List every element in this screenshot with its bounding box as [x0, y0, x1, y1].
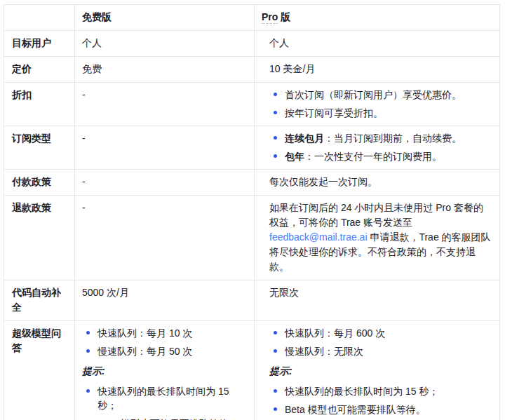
table-row: 代码自动补全5000 次/月无限次 [4, 280, 500, 321]
cell-text: - [82, 131, 247, 146]
cell-text: 个人 [269, 36, 492, 50]
pricing-doc-page: 免费版 Pro 版 目标用户个人个人定价免费10 美金/月折扣-首次订阅（即新订… [0, 0, 505, 420]
row-label: 折扣 [4, 83, 75, 126]
column-header-blank [4, 5, 75, 31]
row-label: 目标用户 [4, 31, 75, 57]
pro-cell: 如果在订阅后的 24 小时内且未使用过 Pro 套餐的权益，可将你的 Trae … [255, 196, 500, 280]
row-label: 超级模型问答 [4, 321, 75, 420]
bullet-list: 快速队列的最长排队时间为 15 秒；Beta 模型也可能需要排队等待。 [269, 384, 492, 416]
bullet-list: 快速队列的最长排队时间为 15 秒；Beta 模型也可能需要排队等待。 [82, 384, 247, 420]
pro-cell: 连续包月：当月订阅到期前，自动续费。包年：一次性支付一年的订阅费用。 [255, 126, 500, 170]
row-label: 代码自动补全 [4, 280, 75, 321]
cell-text: - [82, 201, 247, 215]
row-label: 订阅类型 [4, 126, 75, 170]
column-header-free: 免费版 [75, 5, 255, 31]
bullet-item: Beta 模型也可能需要排队等待。 [97, 416, 247, 420]
column-header-pro: Pro 版 [255, 5, 500, 31]
table-body: 目标用户个人个人定价免费10 美金/月折扣-首次订阅（即新订阅用户）享受优惠价。… [4, 31, 500, 420]
bold-term: 包年 [285, 151, 304, 162]
cell-text: 每次仅能发起一次订阅。 [269, 175, 492, 189]
bullet-item: 快速队列：每月 600 次 [285, 326, 492, 340]
free-cell: - [75, 126, 255, 170]
hint-label: 提示: [269, 364, 492, 379]
pro-cell: 无限次 [255, 280, 500, 321]
bullet-item: 按年订阅可享受折扣。 [285, 106, 492, 120]
bullet-item: 包年：一次性支付一年的订阅费用。 [285, 149, 492, 163]
email-link[interactable]: feedback@mail.trae.ai [269, 231, 368, 243]
cell-text: - [82, 175, 247, 189]
cell-text: 个人 [82, 36, 247, 50]
bullet-list: 快速队列：每月 10 次慢速队列：每月 50 次 [82, 326, 247, 358]
table-row: 退款政策-如果在订阅后的 24 小时内且未使用过 Pro 套餐的权益，可将你的 … [4, 196, 500, 280]
cell-text: 5000 次/月 [82, 285, 247, 300]
bullet-item: 快速队列：每月 10 次 [97, 326, 247, 340]
bullet-list: 快速队列：每月 600 次慢速队列：无限次 [269, 326, 492, 358]
cell-text: 免费 [82, 62, 247, 76]
pro-cell: 每次仅能发起一次订阅。 [255, 170, 500, 196]
pro-cell: 10 美金/月 [255, 57, 500, 83]
cell-text: - [82, 88, 247, 102]
row-label: 定价 [4, 57, 75, 83]
table-row: 订阅类型-连续包月：当月订阅到期前，自动续费。包年：一次性支付一年的订阅费用。 [4, 126, 500, 170]
pro-term-suffix: 版 [278, 11, 290, 22]
free-cell: 快速队列：每月 10 次慢速队列：每月 50 次提示:快速队列的最长排队时间为 … [75, 321, 255, 420]
hint-label: 提示: [82, 364, 247, 379]
free-cell: - [75, 196, 255, 280]
table-row: 付款政策-每次仅能发起一次订阅。 [4, 170, 500, 196]
bullet-item: 快速队列的最长排队时间为 15 秒； [285, 384, 492, 398]
free-cell: 5000 次/月 [75, 280, 255, 321]
table-row: 目标用户个人个人 [4, 31, 500, 57]
pro-term[interactable]: Pro [262, 11, 278, 24]
bullet-item: 慢速队列：无限次 [285, 344, 492, 358]
bullet-item: 连续包月：当月订阅到期前，自动续费。 [285, 131, 492, 145]
cell-text: 10 美金/月 [269, 62, 492, 76]
row-label: 退款政策 [4, 196, 75, 280]
pro-cell: 个人 [255, 31, 500, 57]
table-row: 折扣-首次订阅（即新订阅用户）享受优惠价。按年订阅可享受折扣。 [4, 83, 500, 126]
cell-text: 无限次 [269, 285, 492, 300]
bullet-item: Beta 模型也可能需要排队等待。 [285, 402, 492, 416]
bullet-list: 连续包月：当月订阅到期前，自动续费。包年：一次性支付一年的订阅费用。 [269, 131, 492, 163]
cell-text: 如果在订阅后的 24 小时内且未使用过 Pro 套餐的权益，可将你的 Trae … [269, 201, 492, 274]
free-cell: 个人 [75, 31, 255, 57]
bullet-item: 慢速队列：每月 50 次 [97, 344, 247, 358]
pro-cell: 快速队列：每月 600 次慢速队列：无限次提示:快速队列的最长排队时间为 15 … [255, 321, 500, 420]
table-row: 超级模型问答快速队列：每月 10 次慢速队列：每月 50 次提示:快速队列的最长… [4, 321, 500, 420]
header-row: 免费版 Pro 版 [4, 5, 500, 31]
free-cell: 免费 [75, 57, 255, 83]
row-label: 付款政策 [4, 170, 75, 196]
pro-cell: 首次订阅（即新订阅用户）享受优惠价。按年订阅可享受折扣。 [255, 83, 500, 126]
free-cell: - [75, 170, 255, 196]
bullet-item: 首次订阅（即新订阅用户）享受优惠价。 [285, 88, 492, 102]
table-row: 定价免费10 美金/月 [4, 57, 500, 83]
pricing-comparison-table: 免费版 Pro 版 目标用户个人个人定价免费10 美金/月折扣-首次订阅（即新订… [4, 4, 500, 420]
bullet-item: 快速队列的最长排队时间为 15 秒； [97, 384, 247, 412]
bold-term: 连续包月 [285, 133, 324, 144]
free-cell: - [75, 83, 255, 126]
bullet-list: 首次订阅（即新订阅用户）享受优惠价。按年订阅可享受折扣。 [269, 88, 492, 120]
